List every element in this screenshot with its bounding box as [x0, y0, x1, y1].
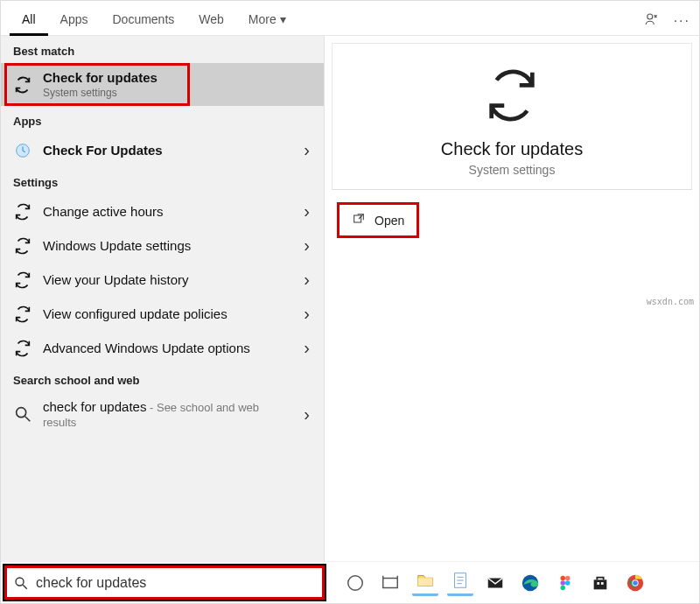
- taskbar: [328, 562, 699, 603]
- sync-icon: [13, 339, 32, 358]
- mail-icon[interactable]: [482, 570, 508, 596]
- chevron-right-icon: ›: [304, 140, 310, 160]
- svg-point-19: [565, 575, 570, 580]
- result-title: View configured update policies: [43, 306, 293, 321]
- svg-point-28: [633, 580, 638, 586]
- task-view-icon[interactable]: [377, 570, 403, 596]
- sync-icon: [13, 236, 32, 256]
- svg-point-21: [565, 580, 570, 586]
- sync-icon: [13, 305, 32, 324]
- results-panel: Best match Check for updates System sett…: [1, 36, 325, 561]
- svg-point-0: [647, 14, 652, 19]
- notepad-icon[interactable]: [447, 570, 473, 596]
- result-best-match[interactable]: Check for updates System settings: [1, 63, 324, 106]
- svg-point-5: [16, 578, 24, 586]
- search-icon: [13, 404, 32, 424]
- result-title: Windows Update settings: [43, 238, 293, 253]
- tab-web[interactable]: Web: [186, 5, 236, 36]
- result-subtitle: System settings: [43, 87, 312, 99]
- result-app-check-for-updates[interactable]: Check For Updates ›: [1, 133, 324, 167]
- search-icon: [13, 575, 29, 591]
- section-apps: Apps: [1, 106, 324, 133]
- preview-subtitle: System settings: [469, 163, 556, 177]
- svg-point-7: [348, 575, 363, 590]
- chevron-right-icon: ›: [304, 270, 310, 290]
- chevron-right-icon: ›: [304, 404, 310, 425]
- result-title: check for updates - See school and web r…: [43, 399, 293, 429]
- svg-point-18: [561, 575, 566, 580]
- cortana-icon[interactable]: [342, 570, 368, 596]
- chevron-right-icon: ›: [304, 338, 310, 358]
- app-icon: [13, 141, 32, 160]
- tab-documents[interactable]: Documents: [100, 5, 186, 36]
- svg-point-2: [17, 408, 26, 418]
- result-title: Check for updates: [43, 70, 312, 85]
- section-school-web: Search school and web: [1, 365, 324, 392]
- result-change-active-hours[interactable]: Change active hours ›: [1, 194, 324, 228]
- section-settings: Settings: [1, 167, 324, 194]
- chevron-down-icon: ▾: [280, 12, 286, 26]
- result-advanced-update-options[interactable]: Advanced Windows Update options ›: [1, 331, 324, 365]
- open-label: Open: [374, 214, 404, 228]
- svg-line-3: [25, 417, 31, 422]
- search-filter-tabs: All Apps Documents Web More▾ ···: [1, 1, 699, 36]
- more-options-icon[interactable]: ···: [674, 13, 690, 29]
- feedback-icon[interactable]: [644, 11, 660, 30]
- section-best-match: Best match: [1, 36, 324, 63]
- preview-panel: Check for updates System settings Open w…: [325, 36, 699, 561]
- open-button[interactable]: Open: [337, 202, 419, 238]
- result-title: Advanced Windows Update options: [43, 341, 293, 355]
- tab-more[interactable]: More▾: [236, 5, 298, 36]
- sync-icon: [13, 202, 32, 221]
- preview-title: Check for updates: [441, 139, 583, 159]
- edge-icon[interactable]: [517, 570, 543, 596]
- svg-rect-25: [601, 582, 604, 585]
- watermark: wsxdn.com: [647, 297, 694, 306]
- svg-rect-4: [354, 215, 361, 222]
- svg-rect-11: [418, 578, 433, 586]
- result-web-search[interactable]: check for updates - See school and web r…: [1, 392, 324, 436]
- search-input[interactable]: [36, 575, 316, 591]
- chevron-right-icon: ›: [304, 304, 310, 324]
- result-view-update-history[interactable]: View your Update history ›: [1, 263, 324, 297]
- search-box[interactable]: [3, 564, 326, 601]
- figma-icon[interactable]: [552, 570, 578, 596]
- svg-rect-8: [383, 578, 398, 587]
- chevron-right-icon: ›: [304, 235, 310, 256]
- svg-rect-23: [594, 579, 607, 589]
- open-icon: [352, 212, 366, 228]
- preview-header: Check for updates System settings: [332, 43, 692, 190]
- result-windows-update-settings[interactable]: Windows Update settings ›: [1, 228, 324, 263]
- chevron-right-icon: ›: [304, 201, 310, 221]
- result-title: Check For Updates: [43, 143, 293, 158]
- store-icon[interactable]: [587, 570, 613, 596]
- svg-point-20: [561, 580, 566, 586]
- result-title: Change active hours: [43, 204, 293, 219]
- sync-icon: [13, 75, 32, 95]
- explorer-icon[interactable]: [412, 570, 438, 596]
- svg-point-22: [561, 585, 566, 590]
- chrome-icon[interactable]: [622, 570, 648, 596]
- result-view-configured-policies[interactable]: View configured update policies ›: [1, 297, 324, 331]
- result-title: View your Update history: [43, 272, 293, 287]
- svg-rect-24: [597, 582, 599, 585]
- tab-all[interactable]: All: [10, 5, 48, 36]
- sync-icon: [13, 270, 32, 290]
- tab-apps[interactable]: Apps: [48, 5, 101, 36]
- sync-icon: [481, 65, 542, 129]
- svg-line-6: [23, 585, 27, 589]
